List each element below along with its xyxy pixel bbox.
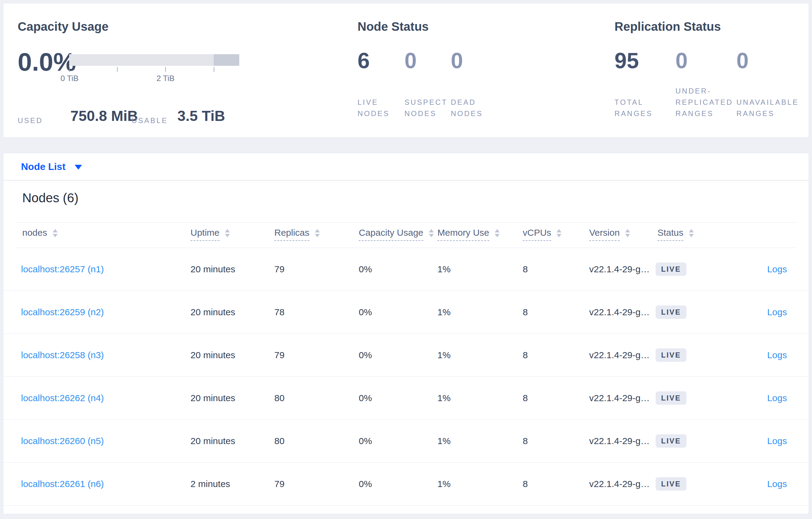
cluster-summary-card: Capacity Usage 0.0% 0 TiB 2 TiB USED 750… [3, 3, 809, 138]
table-row: localhost:26261 (n6)2 minutes790%1%8v22.… [3, 463, 809, 506]
replicas-cell: 80 [274, 393, 284, 403]
replication-stat-label: UNDER-REPLICATEDRANGES [675, 85, 733, 119]
version-cell: v22.1.4-29-g… [589, 393, 649, 403]
sort-arrows-icon [689, 229, 694, 237]
column-header-label: Uptime [191, 227, 220, 241]
replication-stat-value: 95 [614, 50, 639, 71]
replicas-cell: 78 [274, 307, 284, 317]
memory-use-cell: 1% [437, 307, 451, 317]
table-row: localhost:26260 (n5)20 minutes800%1%8v22… [3, 420, 809, 463]
nodes-section-title: Nodes (6) [22, 191, 78, 205]
uptime-cell: 20 minutes [191, 436, 235, 446]
status-badge: LIVE [656, 477, 687, 491]
node-status-stat-label: SUSPECTNODES [404, 96, 447, 119]
sort-arrows-icon [429, 229, 434, 237]
logs-link[interactable]: Logs [767, 479, 787, 489]
memory-use-cell: 1% [437, 479, 451, 489]
column-header-ver[interactable]: Version [589, 227, 630, 241]
uptime-cell: 20 minutes [191, 264, 235, 274]
logs-link[interactable]: Logs [767, 307, 787, 317]
replicas-cell: 79 [274, 479, 284, 489]
axis-tick [117, 67, 118, 72]
node-status-title: Node Status [357, 20, 429, 33]
table-row: localhost:26259 (n2)20 minutes780%1%8v22… [3, 291, 809, 334]
node-address-link[interactable]: localhost:26260 (n5) [21, 436, 104, 446]
axis-tick-label: 2 TiB [147, 74, 184, 83]
divider [16, 222, 797, 223]
replication-stat-label: TOTALRANGES [614, 96, 652, 119]
column-header-label: Memory Use [437, 227, 489, 241]
uptime-cell: 2 minutes [191, 479, 230, 489]
column-header-label: nodes [22, 227, 47, 240]
node-address-link[interactable]: localhost:26257 (n1) [21, 264, 104, 274]
capacity-usage-cell: 0% [359, 307, 372, 317]
node-address-link[interactable]: localhost:26259 (n2) [21, 307, 104, 317]
version-cell: v22.1.4-29-g… [589, 436, 649, 446]
capacity-usage-cell: 0% [359, 264, 372, 274]
vcpus-cell: 8 [523, 436, 528, 446]
used-value: 750.8 MiB [70, 108, 138, 124]
status-cell: LIVE [656, 434, 687, 448]
logs-link[interactable]: Logs [767, 436, 787, 446]
column-header-label: Capacity Usage [359, 227, 424, 241]
sort-arrows-icon [557, 229, 561, 237]
node-list-dropdown-label: Node List [21, 162, 65, 172]
vcpus-cell: 8 [523, 307, 528, 317]
column-header-uptime[interactable]: Uptime [191, 227, 230, 241]
node-address-link[interactable]: localhost:26258 (n3) [21, 350, 104, 360]
version-cell: v22.1.4-29-g… [589, 307, 649, 317]
column-header-vcpu[interactable]: vCPUs [523, 227, 561, 241]
sort-arrows-icon [495, 229, 499, 237]
nodes-table-card: Nodes (6) nodesUptimeReplicasCapacity Us… [3, 180, 809, 514]
status-cell: LIVE [656, 391, 687, 405]
logs-link[interactable]: Logs [767, 350, 787, 360]
version-cell: v22.1.4-29-g… [589, 479, 649, 489]
capacity-percent-value: 0.0% [18, 49, 76, 74]
capacity-usage-cell: 0% [359, 393, 372, 403]
uptime-cell: 20 minutes [191, 307, 235, 317]
status-badge: LIVE [656, 434, 687, 448]
chevron-down-icon [75, 165, 82, 170]
column-header-status[interactable]: Status [658, 227, 694, 241]
memory-use-cell: 1% [437, 350, 451, 360]
column-header-node[interactable]: nodes [22, 227, 58, 240]
memory-use-cell: 1% [437, 264, 451, 274]
logs-link[interactable]: Logs [767, 264, 787, 274]
column-header-replicas[interactable]: Replicas [274, 227, 320, 241]
node-status-stat-label: DEADNODES [451, 96, 483, 119]
status-cell: LIVE [656, 348, 687, 362]
node-status-stat-value: 0 [404, 50, 417, 71]
status-badge: LIVE [656, 348, 687, 362]
replication-stat-label: UNAVAILABLERANGES [736, 96, 799, 119]
replicas-cell: 79 [274, 264, 284, 274]
replication-stat-value: 0 [675, 50, 688, 71]
version-cell: v22.1.4-29-g… [589, 264, 649, 274]
axis-tick [214, 67, 214, 72]
axis-tick-label: 0 TiB [51, 74, 88, 83]
usable-label: USABLE [132, 115, 168, 126]
node-list-dropdown[interactable]: Node List [3, 162, 82, 172]
capacity-bar-extra-segment [214, 54, 239, 66]
column-header-cap[interactable]: Capacity Usage [359, 227, 434, 241]
sort-arrows-icon [53, 229, 58, 237]
memory-use-cell: 1% [437, 436, 451, 446]
version-cell: v22.1.4-29-g… [589, 350, 649, 360]
node-status-stat-label: LIVENODES [357, 96, 389, 119]
node-address-link[interactable]: localhost:26261 (n6) [21, 479, 104, 489]
table-row: localhost:26258 (n3)20 minutes790%1%8v22… [3, 334, 809, 377]
capacity-usage-cell: 0% [359, 436, 372, 446]
table-row: localhost:26257 (n1)20 minutes790%1%8v22… [3, 248, 809, 291]
replicas-cell: 80 [274, 436, 284, 446]
memory-use-cell: 1% [437, 393, 451, 403]
status-cell: LIVE [656, 477, 687, 491]
logs-link[interactable]: Logs [767, 393, 787, 403]
column-header-mem[interactable]: Memory Use [437, 227, 499, 241]
node-status-stat-value: 6 [357, 50, 370, 71]
column-header-label: Replicas [274, 227, 309, 241]
status-badge: LIVE [656, 391, 687, 405]
status-cell: LIVE [656, 263, 687, 276]
node-address-link[interactable]: localhost:26262 (n4) [21, 393, 104, 403]
replication-status-title: Replication Status [614, 20, 721, 33]
column-header-label: Status [658, 227, 684, 241]
vcpus-cell: 8 [523, 479, 528, 489]
